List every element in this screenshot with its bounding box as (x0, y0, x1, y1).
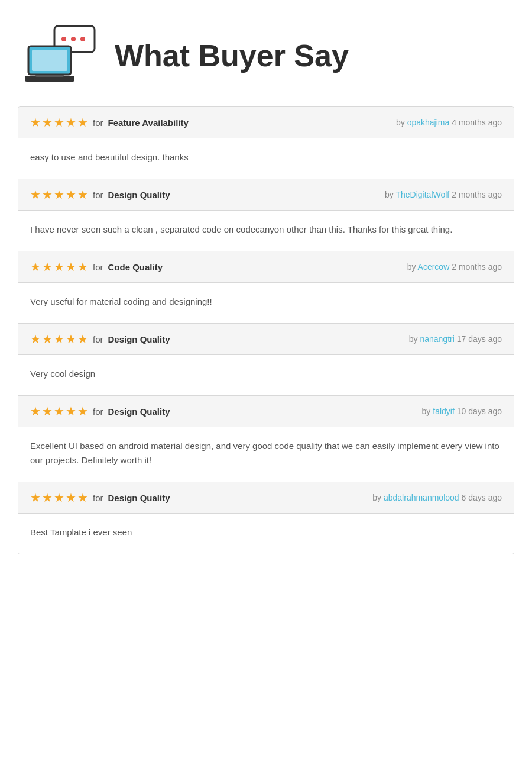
review-meta: by TheDigitalWolf 2 months ago (385, 190, 502, 199)
star-icon: ★ (66, 115, 76, 130)
time-ago: 2 months ago (449, 262, 502, 272)
for-text: for (93, 262, 103, 272)
stars-group: ★★★★★ (30, 260, 88, 274)
review-header: ★★★★★ for Design Quality by TheDigitalWo… (18, 179, 514, 211)
star-icon: ★ (77, 188, 88, 202)
stars-group: ★★★★★ (30, 490, 88, 505)
star-icon: ★ (30, 115, 41, 130)
page-header: What Buyer Say (18, 12, 514, 106)
by-text: by (372, 493, 384, 502)
review-rating-label: ★★★★★ for Design Quality (30, 490, 170, 505)
review-body: Excellent UI based on android material d… (18, 427, 514, 482)
reviewer-name[interactable]: Acercow (418, 262, 450, 272)
star-icon: ★ (30, 188, 41, 202)
star-icon: ★ (77, 332, 88, 346)
review-body: easy to use and beautiful design. thanks (18, 138, 514, 179)
svg-point-3 (71, 37, 76, 41)
review-comment: Best Tamplate i ever seen (30, 525, 502, 540)
reviewer-name[interactable]: faldyif (433, 406, 455, 416)
review-item: ★★★★★ for Design Quality by faldyif 10 d… (18, 396, 514, 482)
laptop-chat-icon (24, 24, 100, 89)
star-icon: ★ (66, 260, 76, 274)
review-body: Very useful for material coding and desi… (18, 283, 514, 324)
time-ago: 6 days ago (459, 493, 502, 502)
stars-group: ★★★★★ (30, 332, 88, 346)
review-category: Design Quality (108, 334, 170, 344)
star-icon: ★ (77, 404, 88, 418)
star-icon: ★ (30, 260, 41, 274)
time-ago: 4 months ago (449, 118, 502, 127)
by-text: by (422, 406, 433, 416)
star-icon: ★ (42, 332, 53, 346)
review-meta: by Acercow 2 months ago (407, 262, 502, 272)
review-item: ★★★★★ for Design Quality by abdalrahmanm… (18, 482, 514, 554)
star-icon: ★ (66, 490, 76, 505)
review-rating-label: ★★★★★ for Design Quality (30, 188, 170, 202)
star-icon: ★ (42, 188, 53, 202)
for-text: for (93, 190, 103, 200)
review-meta: by opakhajima 4 months ago (396, 118, 502, 127)
review-body: Very cool design (18, 355, 514, 396)
star-icon: ★ (54, 115, 64, 130)
star-icon: ★ (42, 404, 53, 418)
reviewer-name[interactable]: TheDigitalWolf (395, 190, 449, 199)
star-icon: ★ (54, 188, 64, 202)
time-ago: 10 days ago (455, 406, 502, 416)
for-text: for (93, 334, 103, 344)
star-icon: ★ (66, 188, 76, 202)
review-rating-label: ★★★★★ for Feature Availability (30, 115, 189, 130)
reviews-container: ★★★★★ for Feature Availability by opakha… (18, 106, 514, 554)
review-comment: Excellent UI based on android material d… (30, 439, 502, 467)
star-icon: ★ (54, 404, 64, 418)
review-header: ★★★★★ for Design Quality by abdalrahmanm… (18, 482, 514, 514)
review-comment: Very cool design (30, 367, 502, 381)
review-category: Design Quality (108, 406, 170, 417)
stars-group: ★★★★★ (30, 404, 88, 418)
star-icon: ★ (42, 115, 53, 130)
star-icon: ★ (54, 490, 64, 505)
star-icon: ★ (54, 332, 64, 346)
star-icon: ★ (77, 260, 88, 274)
reviewer-name[interactable]: opakhajima (407, 118, 450, 127)
reviewer-name[interactable]: nanangtri (420, 334, 454, 344)
review-meta: by faldyif 10 days ago (422, 406, 502, 416)
reviewer-name[interactable]: abdalrahmanmolood (384, 493, 459, 502)
review-rating-label: ★★★★★ for Design Quality (30, 404, 170, 418)
svg-rect-6 (32, 50, 67, 71)
svg-rect-8 (35, 75, 64, 77)
for-text: for (93, 406, 103, 417)
star-icon: ★ (54, 260, 64, 274)
review-meta: by nanangtri 17 days ago (409, 334, 502, 344)
star-icon: ★ (66, 404, 76, 418)
stars-group: ★★★★★ (30, 188, 88, 202)
page-title: What Buyer Say (115, 39, 349, 73)
review-comment: Very useful for material coding and desi… (30, 295, 502, 309)
review-item: ★★★★★ for Design Quality by TheDigitalWo… (18, 179, 514, 251)
review-category: Design Quality (108, 190, 170, 200)
review-body: Best Tamplate i ever seen (18, 514, 514, 554)
svg-point-4 (80, 37, 85, 41)
review-comment: easy to use and beautiful design. thanks (30, 150, 502, 164)
star-icon: ★ (42, 490, 53, 505)
review-header: ★★★★★ for Design Quality by faldyif 10 d… (18, 396, 514, 427)
star-icon: ★ (30, 332, 41, 346)
by-text: by (396, 118, 407, 127)
review-category: Design Quality (108, 493, 170, 503)
review-category: Code Quality (108, 262, 163, 272)
review-rating-label: ★★★★★ for Design Quality (30, 332, 170, 346)
time-ago: 2 months ago (449, 190, 502, 199)
review-item: ★★★★★ for Code Quality by Acercow 2 mont… (18, 251, 514, 324)
star-icon: ★ (30, 490, 41, 505)
review-rating-label: ★★★★★ for Code Quality (30, 260, 163, 274)
star-icon: ★ (77, 115, 88, 130)
star-icon: ★ (66, 332, 76, 346)
for-text: for (93, 493, 103, 503)
review-item: ★★★★★ for Design Quality by nanangtri 17… (18, 324, 514, 396)
star-icon: ★ (30, 404, 41, 418)
time-ago: 17 days ago (455, 334, 502, 344)
review-comment: I have never seen such a clean , separat… (30, 222, 502, 237)
star-icon: ★ (77, 490, 88, 505)
star-icon: ★ (42, 260, 53, 274)
by-text: by (407, 262, 418, 272)
review-item: ★★★★★ for Feature Availability by opakha… (18, 107, 514, 179)
